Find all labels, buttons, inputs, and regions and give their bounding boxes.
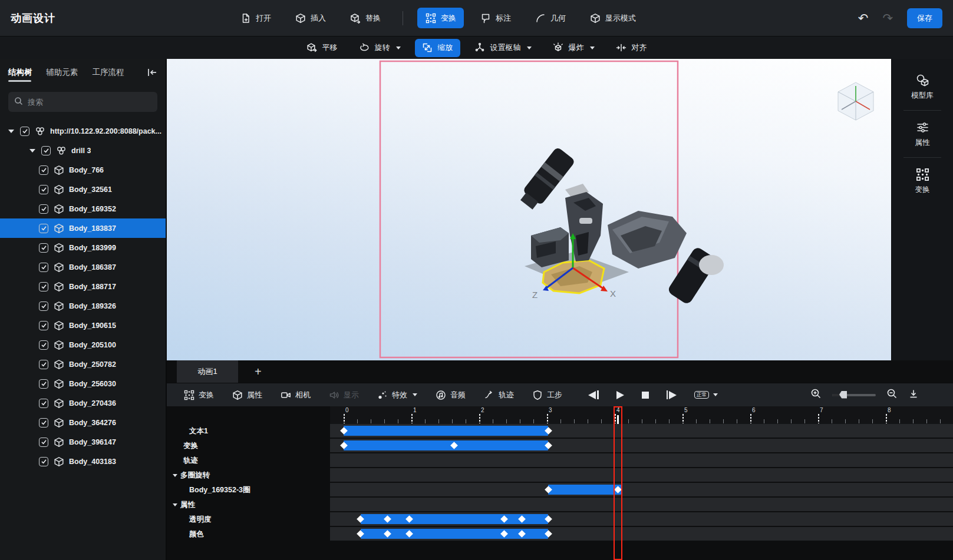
- save-button[interactable]: 保存: [907, 8, 942, 28]
- checkbox[interactable]: [39, 418, 48, 428]
- timeline-zoom-slider[interactable]: [832, 394, 876, 396]
- track-lane[interactable]: [330, 424, 953, 439]
- timeline-transform-dots-button[interactable]: 变换: [182, 386, 215, 403]
- checkbox[interactable]: [39, 301, 48, 311]
- checkbox[interactable]: [39, 185, 48, 194]
- tree-item-body-250782[interactable]: Body_250782: [0, 354, 166, 374]
- top-replace-cube-button[interactable]: 替换: [342, 8, 388, 28]
- tree-item-body-403183[interactable]: Body_403183: [0, 452, 166, 471]
- step-backward-button[interactable]: [588, 390, 599, 399]
- track-lane[interactable]: [330, 498, 953, 512]
- checkbox[interactable]: [39, 457, 48, 466]
- panel-model-library-button[interactable]: 模型库: [892, 69, 953, 104]
- tree-item-body-189326[interactable]: Body_189326: [0, 296, 166, 316]
- step-forward-button[interactable]: [667, 390, 677, 399]
- track-label-row[interactable]: 文本1: [167, 424, 330, 439]
- zoom-in-icon[interactable]: [810, 388, 822, 402]
- timeline-effects-button[interactable]: 特效: [375, 386, 418, 403]
- add-animation-button[interactable]: +: [255, 365, 262, 379]
- checkbox[interactable]: [39, 340, 48, 350]
- timeline-camera-button[interactable]: 相机: [279, 386, 312, 403]
- timeline-prop-cube-button[interactable]: 属性: [230, 386, 263, 403]
- tree-item-body-205100[interactable]: Body_205100: [0, 335, 166, 354]
- tree-item-body-364276[interactable]: Body_364276: [0, 413, 166, 432]
- timeline-ruler[interactable]: 012345678: [330, 406, 953, 424]
- tree-item-body-186387[interactable]: Body_186387: [0, 257, 166, 277]
- edit-rotate-button[interactable]: 旋转: [352, 39, 408, 57]
- stop-button[interactable]: [642, 392, 649, 399]
- track-lanes-column[interactable]: 012345678: [330, 406, 953, 560]
- tree-item-body-766[interactable]: Body_766: [0, 160, 166, 180]
- checkbox[interactable]: [39, 360, 48, 369]
- track-label-row[interactable]: 轨迹: [167, 453, 330, 468]
- undo-button[interactable]: ↶: [858, 12, 869, 24]
- track-label-row[interactable]: 属性: [167, 498, 330, 512]
- tree-item-body-169352[interactable]: Body_169352: [0, 199, 166, 218]
- top-insert-cube-button[interactable]: 插入: [287, 8, 334, 28]
- keyframe-bar[interactable]: [548, 485, 621, 495]
- track-label-row[interactable]: 变换: [167, 439, 330, 453]
- tab-process-flow[interactable]: 工序流程: [93, 59, 124, 85]
- panel-sliders-button[interactable]: 属性: [892, 117, 953, 151]
- timeline-workstep-button[interactable]: 工步: [530, 386, 563, 403]
- checkbox[interactable]: [39, 379, 48, 389]
- checkbox[interactable]: [39, 321, 48, 330]
- top-open-file-button[interactable]: 打开: [232, 8, 279, 28]
- track-label-row[interactable]: 颜色: [167, 527, 330, 542]
- timeline-audio-button[interactable]: 音频: [434, 386, 467, 403]
- tree-item-body-270436[interactable]: Body_270436: [0, 393, 166, 413]
- redo-button[interactable]: ↷: [882, 12, 893, 24]
- caret-down-icon[interactable]: [173, 503, 177, 506]
- keyframe-bar[interactable]: [344, 440, 548, 450]
- track-lane[interactable]: [330, 483, 953, 498]
- playhead[interactable]: [614, 406, 622, 560]
- tree-item-drill-3[interactable]: drill 3: [0, 141, 166, 160]
- caret-down-icon[interactable]: [29, 149, 35, 153]
- track-label-row[interactable]: 多圈旋转: [167, 468, 330, 483]
- tree-item-body-396147[interactable]: Body_396147: [0, 432, 166, 452]
- part-handle[interactable]: [565, 192, 603, 261]
- track-lane[interactable]: [330, 468, 953, 483]
- view-cube[interactable]: [833, 79, 878, 124]
- caret-down-icon[interactable]: [173, 474, 177, 477]
- slider-handle[interactable]: [839, 391, 847, 399]
- viewport-3d[interactable]: X Z: [167, 59, 891, 360]
- top-annotate-flag-button[interactable]: 标注: [472, 8, 519, 28]
- checkbox[interactable]: [20, 127, 29, 136]
- export-download-icon[interactable]: [908, 389, 919, 402]
- track-lane[interactable]: [330, 453, 953, 468]
- edit-align-button[interactable]: 对齐: [609, 39, 654, 57]
- tree-item-http-10-122-92-200-8088-pack-[interactable]: http://10.122.92.200:8088/pack...: [0, 121, 166, 141]
- animation-tab[interactable]: 动画1: [177, 360, 238, 383]
- edit-pan-cube-button[interactable]: 平移: [299, 39, 345, 57]
- track-lane[interactable]: [330, 512, 953, 527]
- play-mode-select[interactable]: 正常: [694, 391, 718, 399]
- edit-explode-button[interactable]: 爆炸: [546, 39, 602, 57]
- track-lane[interactable]: [330, 527, 953, 542]
- edit-pivot-button[interactable]: 设置枢轴: [467, 39, 539, 57]
- part-gearbox[interactable]: [608, 211, 687, 269]
- checkbox[interactable]: [39, 204, 48, 214]
- tree-item-body-183999[interactable]: Body_183999: [0, 238, 166, 257]
- tree-item-body-183837[interactable]: Body_183837: [0, 218, 166, 238]
- top-geometry-arc-button[interactable]: 几何: [527, 8, 573, 28]
- tree-item-body-256030[interactable]: Body_256030: [0, 374, 166, 393]
- track-label-row[interactable]: 透明度: [167, 512, 330, 527]
- part-battery[interactable]: [531, 227, 569, 267]
- timeline-trajectory-button[interactable]: 轨迹: [482, 386, 515, 403]
- timeline-display-button[interactable]: 显示: [327, 386, 360, 403]
- tree-item-body-32561[interactable]: Body_32561: [0, 180, 166, 199]
- zoom-out-icon[interactable]: [886, 388, 898, 402]
- keyframe-bar[interactable]: [344, 426, 548, 436]
- checkbox[interactable]: [39, 263, 48, 272]
- tab-structure-tree[interactable]: 结构树: [8, 59, 32, 85]
- collapse-sidebar-icon[interactable]: [147, 68, 157, 77]
- track-lane[interactable]: [330, 439, 953, 453]
- track-label-row[interactable]: Body_169352-3圈: [167, 483, 330, 498]
- checkbox[interactable]: [39, 243, 48, 253]
- play-button[interactable]: [616, 391, 624, 399]
- search-input[interactable]: [28, 98, 151, 107]
- tab-auxiliary-elements[interactable]: 辅助元素: [47, 59, 78, 85]
- top-transform-dots-button[interactable]: 变换: [417, 8, 464, 28]
- playhead-marker[interactable]: [617, 415, 619, 424]
